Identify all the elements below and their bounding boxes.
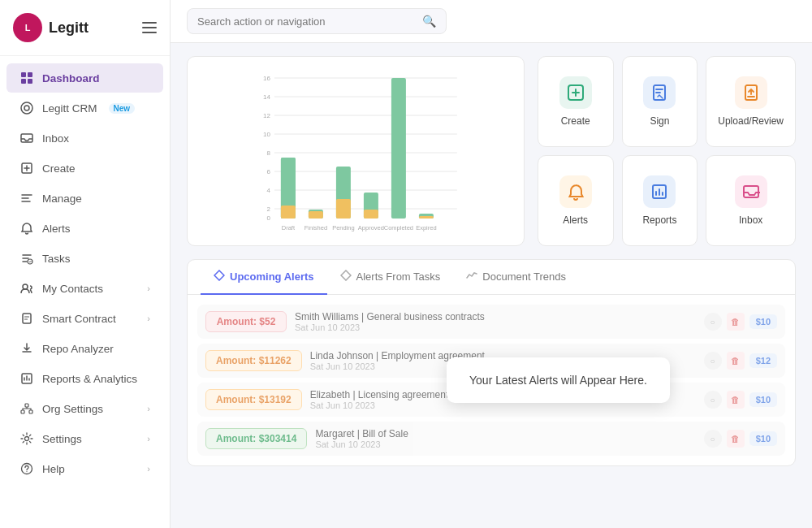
hamburger-menu[interactable] — [142, 22, 157, 33]
svg-text:Approved: Approved — [358, 224, 384, 232]
sidebar-item-dashboard[interactable]: Dashboard — [6, 63, 163, 93]
search-icon: 🔍 — [422, 15, 436, 28]
action-card-sign[interactable]: Sign — [622, 56, 698, 147]
alert-name: Smith Williams | General business contra… — [295, 311, 696, 322]
tab-label: Alerts From Tasks — [356, 270, 441, 283]
app-name: Legitt — [49, 19, 89, 37]
svg-text:4: 4 — [266, 187, 270, 194]
sidebar-item-my-contacts[interactable]: My Contacts › — [6, 274, 163, 303]
alert-row: Amount: $303414 Margaret | Bill of Sale … — [197, 422, 785, 456]
sidebar-item-legitt-crm[interactable]: Legitt CRM New — [6, 93, 163, 123]
sidebar-item-label: Settings — [42, 433, 82, 445]
svg-text:10: 10 — [263, 131, 270, 138]
action-card-alerts[interactable]: Alerts — [538, 155, 614, 246]
alert-date: Sat Jun 10 2023 — [315, 439, 695, 449]
quick-actions-grid: Create Sign Upload/Review Alerts Reports… — [538, 56, 796, 246]
sidebar-item-label: Tasks — [42, 253, 71, 265]
settings-icon — [19, 431, 34, 446]
alerts-tabs: Upcoming Alerts Alerts From Tasks Docume… — [188, 260, 795, 295]
sidebar-item-label: Dashboard — [42, 72, 100, 84]
trash-icon[interactable]: 🗑 — [727, 430, 745, 448]
sidebar-item-help[interactable]: Help › — [6, 454, 163, 483]
action-label-upload-review: Upload/Review — [718, 115, 784, 127]
trash-icon[interactable]: 🗑 — [727, 313, 745, 331]
sidebar-item-label: Reports & Analytics — [42, 373, 137, 385]
manage-icon — [19, 191, 34, 206]
alert-contact: Margaret | Bill of Sale Sat Jun 10 2023 — [315, 428, 695, 449]
svg-rect-3 — [28, 79, 32, 84]
chevron-right-icon: › — [147, 314, 150, 323]
tab-icon — [466, 270, 477, 283]
sidebar-item-smart-contract[interactable]: Smart Contract › — [6, 304, 163, 333]
svg-text:8: 8 — [266, 149, 270, 157]
circle-icon[interactable]: ○ — [704, 430, 722, 448]
sidebar-item-alerts[interactable]: Alerts — [6, 214, 163, 243]
amount-badge: Amount: $303414 — [205, 428, 307, 449]
dollar-amount: $10 — [749, 431, 777, 446]
action-label-sign: Sign — [650, 115, 669, 127]
sidebar-item-tasks[interactable]: Tasks — [6, 244, 163, 273]
svg-point-9 — [23, 284, 28, 289]
svg-rect-44 — [364, 210, 378, 219]
content-area: 16 14 12 10 8 6 4 2 0 — [171, 43, 812, 528]
tab-icon — [214, 270, 225, 283]
sidebar-item-inbox[interactable]: Inbox — [6, 123, 163, 153]
svg-rect-45 — [391, 78, 406, 219]
alert-actions: ○ 🗑 $10 — [704, 430, 777, 448]
action-label-reports: Reports — [642, 214, 676, 226]
trash-icon[interactable]: 🗑 — [727, 352, 745, 370]
svg-point-16 — [22, 464, 32, 474]
alerts-popup: Your Latest Alerts will Appear Here. — [447, 357, 670, 403]
svg-rect-47 — [419, 216, 434, 219]
chevron-right-icon: › — [147, 464, 150, 474]
top-section: 16 14 12 10 8 6 4 2 0 — [187, 56, 796, 246]
dollar-amount: $10 — [749, 392, 777, 407]
sidebar-nav: Dashboard Legitt CRM New Inbox Create Ma… — [0, 56, 170, 528]
svg-point-5 — [24, 106, 29, 110]
tab-icon — [340, 270, 352, 283]
help-icon — [19, 461, 34, 476]
dollar-amount: $10 — [749, 314, 777, 329]
amount-badge: Amount: $11262 — [205, 350, 302, 371]
action-card-reports[interactable]: Reports — [622, 155, 698, 246]
circle-icon[interactable]: ○ — [704, 391, 722, 409]
logo-icon: L — [13, 13, 42, 42]
inbox-icon — [735, 175, 767, 208]
action-card-upload-review[interactable]: Upload/Review — [706, 56, 796, 147]
sidebar-item-reports-analytics[interactable]: Reports & Analytics — [6, 364, 163, 393]
sidebar-item-manage[interactable]: Manage — [6, 184, 163, 213]
svg-point-17 — [26, 471, 27, 472]
search-box[interactable]: 🔍 — [187, 8, 447, 34]
create-icon — [559, 76, 592, 109]
sidebar-item-label: Create — [42, 162, 76, 175]
trend-icon — [466, 270, 477, 281]
tab-upcoming-alerts[interactable]: Upcoming Alerts — [201, 260, 327, 295]
sidebar-item-repo-analyzer[interactable]: Repo Analyzer — [6, 334, 163, 363]
alerts-body: Amount: $52 Smith Williams | General bus… — [188, 295, 795, 465]
svg-rect-2 — [21, 79, 26, 84]
svg-rect-1 — [28, 72, 32, 77]
bar-chart-card: 16 14 12 10 8 6 4 2 0 — [187, 56, 525, 246]
tab-alerts-from-tasks[interactable]: Alerts From Tasks — [327, 260, 454, 295]
alert-actions: ○ 🗑 $12 — [704, 352, 777, 370]
circle-icon[interactable]: ○ — [704, 352, 722, 370]
smart-contract-icon — [19, 311, 34, 326]
search-input[interactable] — [197, 15, 416, 28]
tab-document-trends[interactable]: Document Trends — [453, 260, 579, 295]
trash-icon[interactable]: 🗑 — [727, 391, 745, 409]
sidebar-item-org-settings[interactable]: Org Settings › — [6, 394, 163, 423]
chevron-right-icon: › — [147, 434, 150, 444]
action-card-inbox[interactable]: Inbox — [706, 155, 796, 246]
svg-text:12: 12 — [263, 112, 270, 119]
sign-icon — [643, 76, 676, 109]
svg-text:Draft: Draft — [282, 224, 296, 232]
circle-icon[interactable]: ○ — [704, 313, 722, 331]
sidebar-item-settings[interactable]: Settings › — [6, 424, 163, 453]
sidebar-item-create[interactable]: Create — [6, 154, 163, 183]
chart-svg: 16 14 12 10 8 6 4 2 0 — [201, 70, 511, 232]
svg-rect-0 — [21, 72, 26, 77]
alerts-icon — [19, 221, 34, 236]
action-card-create[interactable]: Create — [538, 56, 614, 147]
svg-text:6: 6 — [266, 168, 270, 175]
alerts-section: Upcoming Alerts Alerts From Tasks Docume… — [187, 259, 796, 466]
